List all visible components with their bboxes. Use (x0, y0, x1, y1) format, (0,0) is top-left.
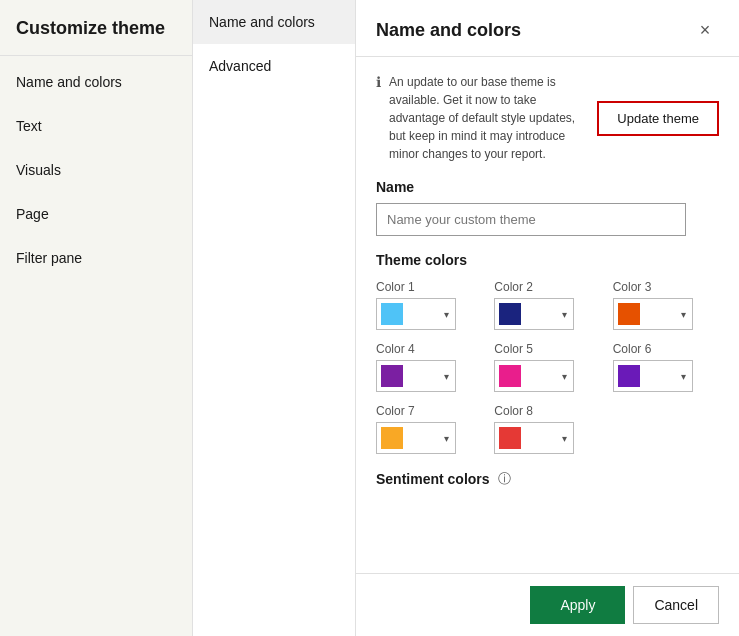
color-swatch-1 (381, 303, 403, 325)
color-swatch-6 (618, 365, 640, 387)
sidebar-item-page[interactable]: Page (0, 192, 192, 236)
main-title: Name and colors (376, 20, 521, 41)
sidebar: Customize theme Name and colors Text Vis… (0, 0, 193, 636)
chevron-down-icon-3: ▾ (681, 309, 686, 320)
color-label-8: Color 8 (494, 404, 600, 418)
info-text: An update to our base theme is available… (389, 73, 589, 163)
color-label-3: Color 3 (613, 280, 719, 294)
color-swatch-2 (499, 303, 521, 325)
tab-advanced[interactable]: Advanced (193, 44, 355, 88)
color-label-2: Color 2 (494, 280, 600, 294)
chevron-down-icon-7: ▾ (444, 433, 449, 444)
middle-panel: Name and colors Advanced (193, 0, 356, 636)
color-label-5: Color 5 (494, 342, 600, 356)
apply-button[interactable]: Apply (530, 586, 625, 624)
close-button[interactable]: × (691, 16, 719, 44)
color-picker-2[interactable]: ▾ (494, 298, 574, 330)
color-swatch-8 (499, 427, 521, 449)
sidebar-item-visuals[interactable]: Visuals (0, 148, 192, 192)
sidebar-item-text[interactable]: Text (0, 104, 192, 148)
chevron-down-icon-2: ▾ (562, 309, 567, 320)
color-item-1: Color 1▾ (376, 280, 482, 330)
color-label-6: Color 6 (613, 342, 719, 356)
main-content: Name and colors × ℹ An update to our bas… (356, 0, 739, 636)
footer: Apply Cancel (356, 573, 739, 636)
color-picker-7[interactable]: ▾ (376, 422, 456, 454)
chevron-down-icon-4: ▾ (444, 371, 449, 382)
cancel-button[interactable]: Cancel (633, 586, 719, 624)
color-item-8: Color 8▾ (494, 404, 600, 454)
info-icon: ℹ (376, 74, 381, 90)
theme-colors-title: Theme colors (376, 252, 719, 268)
chevron-down-icon-5: ▾ (562, 371, 567, 382)
color-picker-6[interactable]: ▾ (613, 360, 693, 392)
color-picker-3[interactable]: ▾ (613, 298, 693, 330)
main-body: ℹ An update to our base theme is availab… (356, 57, 739, 573)
color-item-2: Color 2▾ (494, 280, 600, 330)
color-label-4: Color 4 (376, 342, 482, 356)
sidebar-item-filter-pane[interactable]: Filter pane (0, 236, 192, 280)
color-swatch-4 (381, 365, 403, 387)
sidebar-item-name-and-colors[interactable]: Name and colors (0, 60, 192, 104)
chevron-down-icon-8: ▾ (562, 433, 567, 444)
main-header: Name and colors × (356, 0, 739, 57)
sentiment-row: Sentiment colors ⓘ (376, 470, 719, 488)
sidebar-nav: Name and colors Text Visuals Page Filter… (0, 56, 192, 280)
color-picker-4[interactable]: ▾ (376, 360, 456, 392)
color-item-4: Color 4▾ (376, 342, 482, 392)
chevron-down-icon-6: ▾ (681, 371, 686, 382)
color-item-6: Color 6▾ (613, 342, 719, 392)
colors-grid: Color 1▾Color 2▾Color 3▾Color 4▾Color 5▾… (376, 280, 719, 454)
color-label-7: Color 7 (376, 404, 482, 418)
update-theme-button[interactable]: Update theme (597, 101, 719, 136)
color-item-7: Color 7▾ (376, 404, 482, 454)
color-picker-1[interactable]: ▾ (376, 298, 456, 330)
color-picker-8[interactable]: ▾ (494, 422, 574, 454)
tab-name-and-colors[interactable]: Name and colors (193, 0, 355, 44)
color-item-3: Color 3▾ (613, 280, 719, 330)
name-section-label: Name (376, 179, 719, 195)
sentiment-colors-title: Sentiment colors (376, 471, 490, 487)
color-swatch-7 (381, 427, 403, 449)
chevron-down-icon-1: ▾ (444, 309, 449, 320)
color-item-5: Color 5▾ (494, 342, 600, 392)
color-swatch-3 (618, 303, 640, 325)
info-box: ℹ An update to our base theme is availab… (376, 73, 719, 163)
color-picker-5[interactable]: ▾ (494, 360, 574, 392)
color-swatch-5 (499, 365, 521, 387)
color-label-1: Color 1 (376, 280, 482, 294)
sidebar-title: Customize theme (0, 0, 192, 56)
theme-name-input[interactable] (376, 203, 686, 236)
sentiment-info-icon: ⓘ (498, 470, 511, 488)
